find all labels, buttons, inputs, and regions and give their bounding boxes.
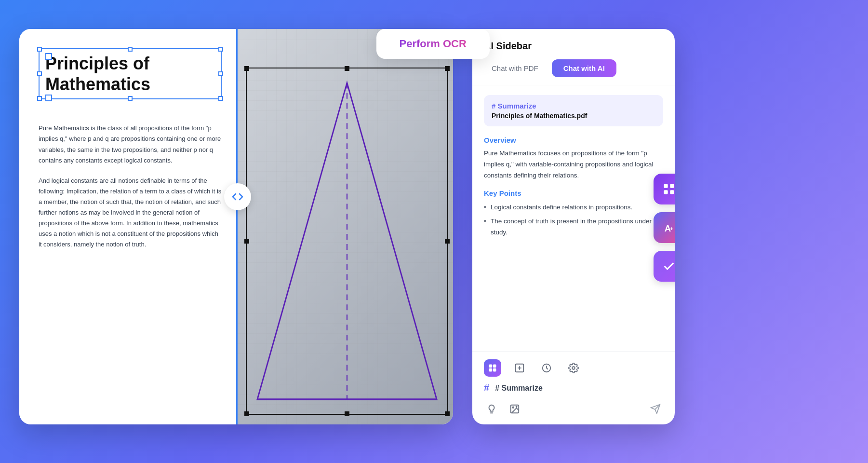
gear-icon <box>568 363 579 373</box>
svg-text:+: + <box>670 225 673 232</box>
code-icon-badge[interactable] <box>224 183 251 210</box>
footer-actions <box>484 399 663 417</box>
overview-text: Pure Mathematics focuses on propositions… <box>484 148 663 181</box>
keypoint-2: The concept of truth is present in the p… <box>484 216 663 238</box>
paragraph-2: And logical constants are all notions de… <box>39 176 222 250</box>
svg-rect-3 <box>493 365 496 368</box>
doc-image-section: Chapter-01 <box>236 29 453 424</box>
sidebar-body: # Summarize Principles of Mathematics.pd… <box>472 85 675 351</box>
ocr-button-wrapper: Perform OCR <box>376 29 490 59</box>
floating-icons: A + <box>654 174 675 282</box>
sidebar-header: AI Sidebar Chat with PDF Chat with AI <box>472 29 675 85</box>
check-icon <box>662 259 675 273</box>
ai-icon: A + <box>662 221 675 234</box>
perform-ocr-button[interactable]: Perform OCR <box>376 29 490 59</box>
keypoints-label: Key Points <box>484 189 663 197</box>
title-divider <box>39 115 222 115</box>
vertical-separator <box>236 29 238 424</box>
triangle-selection-box <box>246 68 448 415</box>
image-plus-icon <box>514 363 525 373</box>
handle-bottom-middle <box>128 96 133 101</box>
grid-icon <box>662 182 675 196</box>
triangle-svg <box>247 68 447 414</box>
tab-chat-pdf[interactable]: Chat with PDF <box>484 60 546 76</box>
svg-rect-4 <box>489 368 493 372</box>
svg-rect-19 <box>664 190 668 194</box>
handle-top-middle <box>128 47 133 52</box>
add-image-icon[interactable] <box>511 359 528 377</box>
lightbulb-icon <box>486 404 497 414</box>
image-upload-icon[interactable] <box>507 401 522 417</box>
handle-bottom-right <box>218 96 223 101</box>
handle-top-left <box>37 47 42 52</box>
settings-icon[interactable] <box>565 359 582 377</box>
image-icon <box>509 404 520 414</box>
send-button[interactable] <box>648 401 663 417</box>
summarize-hash: # <box>484 382 489 394</box>
app-icon <box>488 363 497 373</box>
handle-bottom-left <box>37 96 42 101</box>
handle-middle-left <box>37 71 42 76</box>
summarize-label: # Summarize <box>492 102 655 110</box>
paragraph-1: Pure Mathematics is the class of all pro… <box>39 123 222 165</box>
footer-icon-row <box>484 359 663 377</box>
sidebar-app-icon[interactable] <box>484 359 501 377</box>
ai-sidebar: AI Sidebar Chat with PDF Chat with AI # … <box>472 29 675 424</box>
svg-marker-0 <box>257 83 437 399</box>
handle-middle-right <box>218 71 223 76</box>
bulb-icon[interactable] <box>484 401 499 417</box>
keypoint-1: Logical constants define relations in pr… <box>484 202 663 213</box>
title-selection-box: Principles of Mathematics <box>39 48 222 99</box>
tab-row: Chat with PDF Chat with AI <box>484 59 663 77</box>
code-icon <box>232 191 243 203</box>
summarize-file: Principles of Mathematics.pdf <box>492 112 655 120</box>
svg-rect-20 <box>670 190 674 194</box>
document-panel: Principles of Mathematics Pure Mathemati… <box>19 29 453 424</box>
floating-icon-1[interactable] <box>654 174 675 204</box>
svg-point-10 <box>572 367 575 369</box>
overview-label: Overview <box>484 136 663 144</box>
summarize-input-text[interactable]: # Summarize <box>495 384 663 393</box>
main-container: Perform OCR Principles of Mathematics <box>0 0 868 463</box>
svg-rect-18 <box>670 184 674 188</box>
floating-icon-2[interactable]: A + <box>654 212 675 243</box>
clock-icon <box>541 363 552 373</box>
floating-icon-3[interactable] <box>654 251 675 282</box>
summarize-input-row: # # Summarize <box>484 382 663 394</box>
handle-top-right <box>218 47 223 52</box>
tab-chat-ai[interactable]: Chat with AI <box>552 59 616 77</box>
svg-rect-17 <box>664 184 668 188</box>
send-icon <box>650 404 661 414</box>
doc-text-section: Principles of Mathematics Pure Mathemati… <box>19 29 236 424</box>
document-title: Principles of Mathematics <box>45 53 215 95</box>
summarize-box: # Summarize Principles of Mathematics.pd… <box>484 95 663 126</box>
sidebar-footer: # # Summarize <box>472 351 675 424</box>
sidebar-title: AI Sidebar <box>484 41 663 52</box>
svg-rect-2 <box>489 365 493 368</box>
svg-rect-5 <box>493 368 496 372</box>
svg-point-12 <box>512 407 514 408</box>
doc-content: Principles of Mathematics Pure Mathemati… <box>19 29 453 424</box>
history-icon[interactable] <box>538 359 555 377</box>
